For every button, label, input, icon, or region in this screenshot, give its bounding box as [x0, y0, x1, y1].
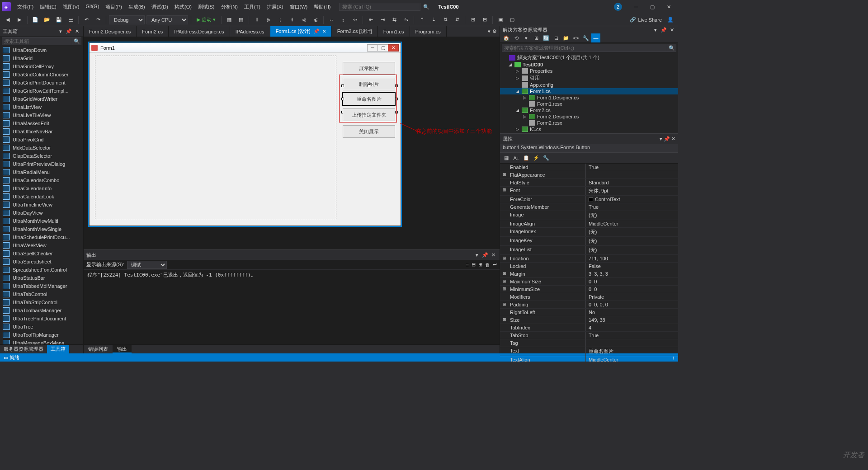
align-center-icon[interactable]: ⫸	[264, 15, 274, 25]
sol-tb-5[interactable]: ⊟	[552, 33, 561, 42]
align-bot-icon[interactable]: ⫹	[311, 15, 321, 25]
menu-item[interactable]: 工具(T)	[241, 2, 263, 12]
toolbox-item[interactable]: UltraGrid	[0, 54, 83, 62]
property-row[interactable]: Font宋体, 9pt	[500, 187, 678, 196]
wrap-icon[interactable]: ↩	[493, 262, 497, 268]
config-select[interactable]: Debug	[109, 15, 145, 24]
search-icon[interactable]: 🔍	[667, 44, 676, 52]
document-tab[interactable]: Form1.cs [设计]📌✕	[270, 26, 332, 37]
toolbox-item[interactable]: UltraSpellChecker	[0, 249, 83, 258]
button-close-display[interactable]: 关闭展示	[343, 125, 395, 138]
new-file-icon[interactable]: 📄	[30, 15, 40, 25]
toolbox-item[interactable]: UltraSpreadsheet	[0, 258, 83, 266]
dropdown-icon[interactable]: ▾	[652, 26, 659, 33]
property-row[interactable]: TabIndex4	[500, 324, 678, 332]
minimize-button[interactable]: ─	[628, 1, 644, 12]
menu-item[interactable]: 测试(S)	[195, 2, 217, 12]
toolbox-item[interactable]: UltraDayView	[0, 209, 83, 217]
hsp-icon-4[interactable]: ⇋	[401, 15, 411, 25]
close-panel-icon[interactable]: ✕	[668, 26, 675, 33]
vsp-icon-4[interactable]: ⇵	[452, 15, 462, 25]
form-designer[interactable]: Form1 ─ ▢ ✕ 展示图片 删除图片 重命名图片	[84, 37, 500, 249]
toolbox-item[interactable]: UltraGridCellProxy	[0, 62, 83, 70]
toolbox-item[interactable]: MdxDataSelector	[0, 144, 83, 152]
toolbox-item[interactable]: UltraToolbarsManager	[0, 306, 83, 315]
tab-dropdown-icon[interactable]: ▾	[488, 28, 491, 34]
property-row[interactable]: ImageIndex(无)	[500, 228, 678, 237]
user-icon[interactable]: 👤	[665, 15, 675, 25]
out-btn-2[interactable]: ⊟	[472, 262, 476, 268]
start-button[interactable]: ▶ 启动 ▾	[194, 16, 218, 23]
close-panel-icon[interactable]: ✕	[671, 136, 675, 141]
toolbox-item[interactable]: UltraTree	[0, 323, 83, 331]
property-row[interactable]: RightToLeftNo	[500, 309, 678, 316]
align-right-icon[interactable]: ⫶	[275, 15, 285, 25]
pin-icon[interactable]: 📌	[65, 28, 72, 35]
pin-icon[interactable]: 📌	[660, 26, 667, 33]
document-tab[interactable]: Form2.cs [设计]	[332, 26, 378, 37]
button-delete-image[interactable]: 删除图片	[343, 78, 395, 90]
document-tab[interactable]: Form1.cs	[378, 26, 410, 37]
az-icon[interactable]: A↓	[512, 154, 521, 163]
toolbox-item[interactable]: UltraOfficeNavBar	[0, 127, 83, 136]
align-left-icon[interactable]: ⫴	[252, 15, 262, 25]
toolbox-item[interactable]: UltraPivotGrid	[0, 136, 83, 144]
property-row[interactable]: FlatStyleStandard	[500, 179, 678, 187]
nav-fwd-icon[interactable]: ▶	[14, 15, 24, 25]
toolbox-item[interactable]: UltraCalendarLook	[0, 193, 83, 201]
toolbox-item[interactable]: UltraStatusBar	[0, 274, 83, 282]
search-icon[interactable]: 🔍	[72, 37, 81, 45]
document-tab[interactable]: Form2.Designer.cs	[84, 26, 137, 37]
open-icon[interactable]: 📂	[42, 15, 52, 25]
ctr-h-icon[interactable]: ⊞	[468, 15, 478, 25]
sz-icon-1[interactable]: ↔	[326, 15, 336, 25]
sol-tb-8[interactable]: 🔧	[581, 33, 590, 42]
sol-tb-4[interactable]: 🔄	[542, 33, 551, 42]
toolbox-list[interactable]: UltraDropDownUltraGridUltraGridCellProxy…	[0, 46, 83, 344]
tab-server-explorer[interactable]: 服务器资源管理器	[0, 345, 47, 353]
align-top-icon[interactable]: ⫵	[287, 15, 297, 25]
tab-error-list[interactable]: 错误列表	[84, 345, 113, 353]
maximize-button[interactable]: ▢	[645, 1, 660, 12]
ctr-v-icon[interactable]: ⊟	[480, 15, 490, 25]
menu-item[interactable]: Git(G)	[83, 2, 102, 12]
property-row[interactable]: Tag	[500, 339, 678, 347]
toolbox-item[interactable]: UltraGridWordWriter	[0, 95, 83, 103]
button-rename-image[interactable]: 重命名图片	[343, 93, 395, 105]
out-btn-1[interactable]: ≡	[466, 262, 469, 268]
toolbox-item[interactable]: SpreadsheetFontControl	[0, 266, 83, 274]
toolbox-item[interactable]: UltraRadialMenu	[0, 168, 83, 176]
toolbox-item[interactable]: UltraDropDown	[0, 46, 83, 54]
properties-grid[interactable]: EnabledTrueFlatAppearanceFlatStyleStanda…	[500, 164, 678, 362]
property-row[interactable]: Padding0, 0, 0, 0	[500, 301, 678, 309]
dropdown-icon[interactable]: ▾	[473, 251, 481, 258]
property-row[interactable]: ImageList(无)	[500, 246, 678, 255]
property-row[interactable]: Text重命名图片	[500, 347, 678, 356]
hsp-icon-3[interactable]: ⇆	[389, 15, 399, 25]
property-row[interactable]: TabStopTrue	[500, 332, 678, 339]
undo-icon[interactable]: ↶	[81, 15, 91, 25]
toolbox-item[interactable]: UltraMonthViewMulti	[0, 217, 83, 225]
toolbox-item[interactable]: OlapDataSelector	[0, 152, 83, 160]
tab-output[interactable]: 输出	[113, 345, 132, 353]
toolbox-item[interactable]: UltraTabbedMdiManager	[0, 282, 83, 290]
output-text[interactable]: 程序"[25224] TestIC00.exe"已退出，返回值为 -1 (0xf…	[84, 270, 500, 344]
live-share-button[interactable]: 🔗 Live Share	[630, 17, 662, 23]
property-row[interactable]: Image(无)	[500, 211, 678, 220]
align-mid-icon[interactable]: ⫷	[299, 15, 309, 25]
button-upload-folder[interactable]: 上传指定文件夹	[343, 108, 395, 121]
property-row[interactable]: ImageKey(无)	[500, 237, 678, 246]
hsp-icon-2[interactable]: ⇥	[377, 15, 387, 25]
toolbox-item[interactable]: UltraMonthViewSingle	[0, 225, 83, 233]
search-input[interactable]	[339, 3, 420, 11]
status-right-icon[interactable]: ↑	[672, 355, 675, 360]
property-row[interactable]: TextAlignMiddleCenter	[500, 356, 678, 362]
toolbox-item[interactable]: UltraToolTipManager	[0, 331, 83, 339]
vsp-icon-1[interactable]: ⇡	[417, 15, 427, 25]
home-icon[interactable]: 🏠	[502, 33, 511, 42]
sol-tb-6[interactable]: 📁	[561, 33, 571, 42]
toolbox-item[interactable]: UltraTimelineView	[0, 201, 83, 209]
property-row[interactable]: EnabledTrue	[500, 164, 678, 171]
close-tab-icon[interactable]: ✕	[322, 29, 326, 34]
menu-item[interactable]: 文件(F)	[14, 2, 36, 12]
